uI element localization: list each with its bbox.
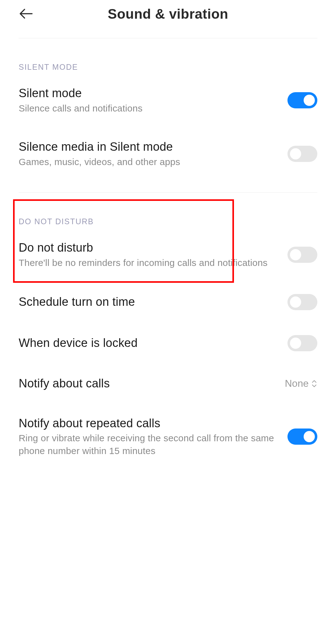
toggle-thumb <box>304 431 315 442</box>
row-title: When device is locked <box>19 336 278 351</box>
toggle-thumb <box>290 148 301 159</box>
row-schedule[interactable]: Schedule turn on time <box>19 282 317 323</box>
toggle-thumb <box>290 249 301 260</box>
toggle-silence-media[interactable] <box>287 146 317 162</box>
row-text: Do not disturb There'll be no reminders … <box>19 240 287 269</box>
row-text: When device is locked <box>19 336 287 351</box>
toggle-thumb <box>290 338 301 349</box>
value-text: None <box>285 378 309 389</box>
toggle-schedule[interactable] <box>287 294 317 310</box>
header: Sound & vibration <box>0 0 336 31</box>
value-notify-calls: None <box>285 378 318 389</box>
toggle-do-not-disturb[interactable] <box>287 247 317 263</box>
row-silence-media[interactable]: Silence media in Silent mode Games, musi… <box>19 127 317 181</box>
row-title: Schedule turn on time <box>19 295 278 310</box>
row-notify-repeated[interactable]: Notify about repeated calls Ring or vibr… <box>19 404 317 470</box>
chevron-updown-icon <box>311 380 317 388</box>
section-do-not-disturb: DO NOT DISTURB Do not disturb There'll b… <box>0 193 336 470</box>
section-silent-mode: SILENT MODE Silent mode Silence calls an… <box>0 38 336 192</box>
row-subtitle: Silence calls and notifications <box>19 102 278 115</box>
row-subtitle: Ring or vibrate while receiving the seco… <box>19 432 278 457</box>
back-icon[interactable] <box>19 8 33 21</box>
row-text: Notify about calls <box>19 376 285 391</box>
row-text: Schedule turn on time <box>19 295 287 310</box>
row-title: Notify about repeated calls <box>19 416 278 431</box>
row-title: Silence media in Silent mode <box>19 140 278 154</box>
row-do-not-disturb[interactable]: Do not disturb There'll be no reminders … <box>19 228 317 282</box>
toggle-thumb <box>304 95 315 106</box>
row-subtitle: Games, music, videos, and other apps <box>19 156 278 168</box>
row-notify-calls[interactable]: Notify about calls None <box>19 364 317 404</box>
row-title: Notify about calls <box>19 376 276 391</box>
section-header-silent: SILENT MODE <box>19 38 317 73</box>
row-text: Notify about repeated calls Ring or vibr… <box>19 416 287 457</box>
row-text: Silent mode Silence calls and notificati… <box>19 86 287 115</box>
section-header-dnd: DO NOT DISTURB <box>19 193 317 228</box>
toggle-silent-mode[interactable] <box>287 92 317 108</box>
row-when-locked[interactable]: When device is locked <box>19 323 317 364</box>
page-title: Sound & vibration <box>19 6 317 22</box>
row-title: Do not disturb <box>19 240 278 255</box>
toggle-thumb <box>290 296 301 308</box>
row-text: Silence media in Silent mode Games, musi… <box>19 140 287 168</box>
toggle-notify-repeated[interactable] <box>287 429 317 445</box>
row-title: Silent mode <box>19 86 278 101</box>
row-silent-mode[interactable]: Silent mode Silence calls and notificati… <box>19 73 317 127</box>
toggle-when-locked[interactable] <box>287 335 317 351</box>
row-subtitle: There'll be no reminders for incoming ca… <box>19 257 278 269</box>
